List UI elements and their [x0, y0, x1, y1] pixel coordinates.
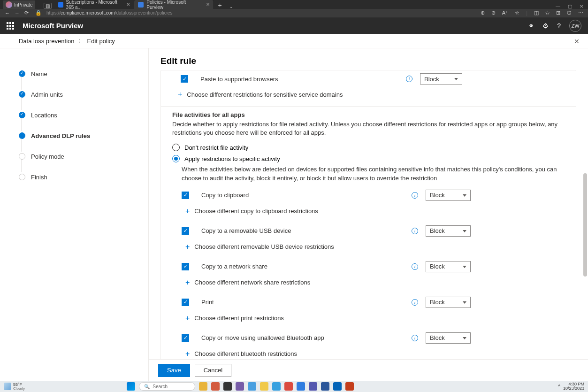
- close-icon[interactable]: ✕: [126, 2, 130, 7]
- taskbar-app-icon[interactable]: [211, 382, 220, 391]
- close-icon[interactable]: ✕: [206, 2, 210, 7]
- file-activities-heading: File activities for all apps: [161, 111, 576, 118]
- step-advanced-dlp[interactable]: Advanced DLP rules: [19, 129, 139, 142]
- start-icon[interactable]: [127, 382, 135, 391]
- scrollbar-thumb[interactable]: [583, 173, 587, 277]
- info-icon[interactable]: [406, 76, 412, 82]
- taskbar-app-icon[interactable]: [223, 382, 232, 391]
- activity-checkbox[interactable]: [182, 192, 189, 199]
- taskbar-app-icon[interactable]: [284, 382, 293, 391]
- info-icon[interactable]: [412, 299, 418, 306]
- cancel-button[interactable]: Cancel: [195, 364, 231, 377]
- connectors-icon[interactable]: ⚭: [528, 22, 534, 30]
- step-pending-icon: [19, 174, 25, 180]
- forward-icon[interactable]: →: [15, 10, 20, 16]
- step-admin-units[interactable]: Admin units: [19, 88, 139, 101]
- minimize-icon[interactable]: —: [556, 4, 560, 9]
- checkbox-paste[interactable]: [181, 75, 188, 83]
- taskbar-app-icon[interactable]: [321, 382, 329, 391]
- info-icon[interactable]: [412, 263, 418, 270]
- breadcrumb-root[interactable]: Data loss prevention: [19, 38, 75, 45]
- taskbar-search[interactable]: 🔍 Search: [139, 382, 195, 391]
- activity-restriction-link[interactable]: +Choose different removable USB device r…: [161, 240, 576, 258]
- close-panel-button[interactable]: ✕: [574, 38, 580, 45]
- wizard-steps: Name Admin units Locations Advanced DLP …: [0, 48, 148, 381]
- address-bar[interactable]: https://compliance.microsoft.com/datalos…: [46, 10, 476, 15]
- activity-action-dropdown[interactable]: Block: [426, 332, 471, 344]
- plus-icon: +: [185, 350, 190, 358]
- favorite-icon[interactable]: ☆: [515, 10, 519, 16]
- extensions-icon[interactable]: ⌬: [567, 10, 572, 16]
- taskbar-app-icon[interactable]: [333, 382, 342, 391]
- tray-chevron-icon[interactable]: ^: [558, 384, 560, 389]
- browser-tab-policies[interactable]: Policies - Microsoft Purview ✕: [134, 0, 214, 9]
- taskbar-app-icon[interactable]: [345, 382, 354, 391]
- plus-icon: +: [185, 314, 190, 323]
- read-aloud-icon[interactable]: A⁺: [502, 10, 508, 16]
- taskbar-app-icon[interactable]: [272, 382, 281, 391]
- save-button[interactable]: Save: [158, 364, 190, 377]
- link-label: Choose different print restrictions: [194, 315, 284, 322]
- content-shell: Data loss prevention 〉 Edit policy ✕ Nam…: [0, 34, 588, 381]
- activity-restriction-link[interactable]: +Choose different bluetooth restrictions: [161, 347, 576, 359]
- gear-icon[interactable]: ⚙: [542, 22, 549, 30]
- taskbar-app-icon[interactable]: [248, 382, 256, 391]
- info-icon[interactable]: [412, 335, 418, 341]
- taskbar-app-icon[interactable]: [236, 382, 244, 391]
- step-name[interactable]: Name: [19, 67, 139, 80]
- info-icon[interactable]: [412, 228, 418, 234]
- scrollbar[interactable]: [581, 70, 588, 359]
- radio-dont-restrict[interactable]: Don't restrict file activity: [161, 142, 576, 153]
- activity-checkbox[interactable]: [182, 334, 189, 342]
- close-icon[interactable]: ✕: [580, 4, 583, 9]
- tracking-icon[interactable]: ⊘: [491, 10, 496, 16]
- activity-row: Copy or move using unallowed Bluetooth a…: [161, 329, 576, 347]
- activity-action-dropdown[interactable]: Block: [426, 190, 471, 201]
- activity-action-dropdown[interactable]: Block: [426, 261, 471, 272]
- activity-action-dropdown[interactable]: Block: [426, 225, 471, 237]
- info-icon[interactable]: [412, 192, 418, 199]
- url-path: /datalossprevention/policies: [115, 10, 173, 15]
- favorites-bar-icon[interactable]: ✩: [545, 10, 550, 16]
- zoom-icon[interactable]: ⊕: [481, 10, 485, 16]
- taskbar-app-icon[interactable]: [199, 382, 207, 391]
- lock-icon[interactable]: 🔒: [35, 10, 42, 16]
- activity-row: Copy to a removable USB deviceBlock: [161, 222, 576, 240]
- radio-apply-restrictions[interactable]: Apply restrictions to specific activity: [161, 153, 576, 164]
- step-policy-mode[interactable]: Policy mode: [19, 150, 139, 163]
- taskbar-app-icon[interactable]: [309, 382, 317, 391]
- system-clock[interactable]: 4:30 PM 10/23/2023: [563, 382, 584, 391]
- tab-overflow-icon[interactable]: ⌄: [226, 4, 237, 9]
- browser-tab-subscriptions[interactable]: Subscriptions - Microsoft 365 a... ✕: [54, 0, 134, 9]
- activity-row: PrintBlock: [161, 293, 576, 311]
- refresh-icon[interactable]: ⟳: [24, 10, 29, 16]
- step-done-icon: [19, 70, 25, 77]
- taskbar-app-icon[interactable]: [260, 382, 268, 391]
- activity-checkbox[interactable]: [182, 263, 189, 270]
- activity-restriction-link[interactable]: +Choose different print restrictions: [161, 311, 576, 329]
- collections-icon[interactable]: ⊞: [556, 10, 560, 16]
- step-finish[interactable]: Finish: [19, 170, 139, 184]
- url-protocol: https://: [46, 10, 61, 15]
- back-icon[interactable]: ←: [5, 10, 10, 16]
- user-avatar[interactable]: ZW: [569, 20, 581, 32]
- activity-action-dropdown[interactable]: Block: [426, 297, 471, 308]
- taskbar-app-icon[interactable]: [297, 382, 305, 391]
- paste-action-dropdown[interactable]: Block: [420, 73, 462, 85]
- step-locations[interactable]: Locations: [19, 108, 139, 122]
- weather-cond: Cloudy: [13, 387, 25, 391]
- activity-checkbox[interactable]: [182, 299, 189, 306]
- maximize-icon[interactable]: ▢: [568, 4, 572, 9]
- help-icon[interactable]: ?: [557, 22, 561, 30]
- activity-checkbox[interactable]: [182, 227, 189, 235]
- more-icon[interactable]: ⋯: [578, 10, 583, 16]
- split-icon[interactable]: ◫: [534, 10, 539, 16]
- activity-restriction-link[interactable]: +Choose different network share restrict…: [161, 276, 576, 293]
- domains-restriction-link[interactable]: + Choose different restrictions for sens…: [161, 87, 576, 101]
- new-tab-button[interactable]: +: [214, 1, 225, 9]
- app-launcher-icon[interactable]: [7, 22, 14, 30]
- browser-titlebar: InPrivate ▥ Subscriptions - Microsoft 36…: [0, 0, 588, 9]
- activity-restriction-link[interactable]: +Choose different copy to clipboard rest…: [161, 204, 576, 222]
- weather-widget[interactable]: 55°F Cloudy: [4, 383, 25, 391]
- tab-actions-icon[interactable]: ▥: [44, 3, 52, 9]
